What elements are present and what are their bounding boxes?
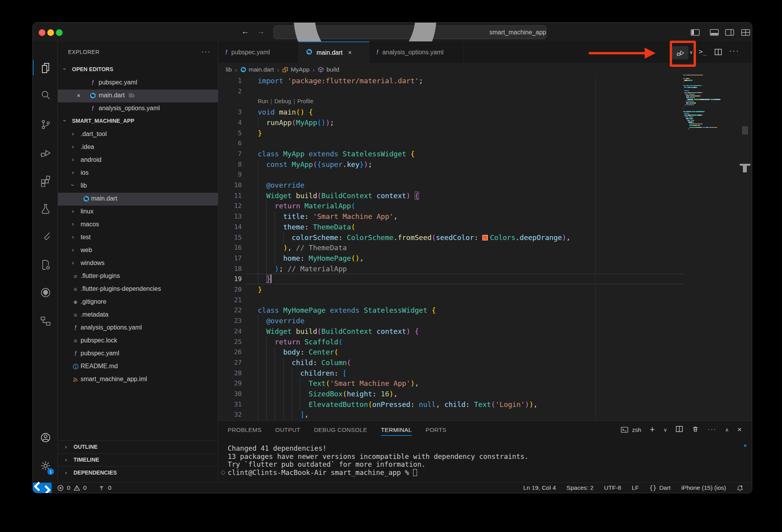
- status-notifications[interactable]: [737, 485, 743, 491]
- activity-dart-snippets-icon[interactable]: [33, 253, 58, 276]
- problems-status[interactable]: 0 0 0: [57, 483, 111, 493]
- folder-item[interactable]: ›android: [58, 154, 218, 167]
- status-device-selector[interactable]: iPhone (15) (ios): [681, 484, 726, 491]
- activity-search-icon[interactable]: [33, 83, 58, 107]
- folder-item[interactable]: ›windows: [58, 257, 218, 270]
- folder-item[interactable]: ›ios: [58, 167, 218, 180]
- codelens-debug[interactable]: Debug: [274, 98, 291, 104]
- codelens-run[interactable]: Run: [258, 98, 268, 104]
- file-label: .metadata: [81, 311, 108, 318]
- folder-item[interactable]: ›web: [58, 244, 218, 257]
- file-item[interactable]: !analysis_options.yaml: [58, 322, 218, 335]
- remote-indicator-button[interactable]: [33, 483, 52, 493]
- project-root-section[interactable]: ›SMART_MACHINE_APP: [58, 115, 218, 128]
- activity-settings-icon[interactable]: 1: [33, 454, 58, 477]
- sidebar-section-dependencies[interactable]: ›DEPENDENCIES: [58, 466, 218, 479]
- file-item[interactable]: smart_machine_app.iml: [58, 373, 218, 386]
- activity-account-icon[interactable]: [33, 426, 58, 449]
- command-decoration-icon[interactable]: [221, 471, 225, 475]
- open-editor-item[interactable]: !pubspec.yaml: [58, 77, 218, 90]
- tab-main-dart[interactable]: main.dart×: [299, 41, 369, 63]
- shell-name[interactable]: zsh: [632, 426, 641, 433]
- activity-testing-icon[interactable]: [33, 197, 58, 220]
- close-tab-icon[interactable]: ×: [348, 49, 352, 56]
- toggle-panel-icon[interactable]: [710, 29, 719, 36]
- panel-tab-output[interactable]: OUTPUT: [275, 421, 300, 438]
- status-encoding[interactable]: UTF-8: [604, 484, 621, 491]
- code-editor[interactable]: 1import 'package:flutter/material.dart';…: [218, 75, 752, 421]
- codelens-profile[interactable]: Profile: [297, 98, 313, 104]
- sidebar-section-timeline[interactable]: ›TIMELINE: [58, 453, 218, 466]
- kill-terminal-icon[interactable]: [692, 426, 699, 434]
- minimap[interactable]: [683, 75, 734, 239]
- activity-extensions-icon[interactable]: [33, 169, 58, 192]
- sidebar-section-outline[interactable]: ›OUTLINE: [58, 441, 218, 453]
- file-item[interactable]: ≡pubspec.lock: [58, 335, 218, 348]
- folder-item[interactable]: ›linux: [58, 206, 218, 219]
- toggle-secondary-sidebar-icon[interactable]: [725, 29, 734, 36]
- code-token: ): [562, 233, 566, 242]
- panel-tab-debug-console[interactable]: DEBUG CONSOLE: [314, 421, 367, 438]
- panel-tab-problems[interactable]: PROBLEMS: [228, 421, 262, 438]
- open-editors-section[interactable]: ›OPEN EDITORS: [58, 64, 218, 77]
- maximize-panel-icon[interactable]: ∧: [725, 427, 729, 433]
- file-item[interactable]: ≡.metadata: [58, 309, 218, 322]
- color-swatch[interactable]: [482, 235, 488, 240]
- status-indentation[interactable]: Spaces: 2: [566, 484, 593, 491]
- codelens-actions[interactable]: Run|Debug|Profile: [258, 96, 313, 107]
- file-item[interactable]: README.md: [58, 360, 218, 373]
- activity-source-control-icon[interactable]: [33, 113, 58, 136]
- panel-more-icon[interactable]: ···: [708, 426, 716, 433]
- code-token: {: [317, 160, 322, 168]
- folder-item[interactable]: ›.idea: [58, 141, 218, 154]
- panel-tab-ports[interactable]: PORTS: [426, 421, 446, 438]
- activity-github-icon[interactable]: [33, 281, 58, 304]
- status-language-mode[interactable]: {}Dart: [649, 484, 671, 491]
- terminal-output[interactable]: Changed 41 dependencies!13 packages have…: [228, 444, 748, 476]
- folder-item[interactable]: ›lib: [58, 180, 218, 193]
- folder-item[interactable]: ›.dart_tool: [58, 128, 218, 141]
- split-terminal-icon[interactable]: [676, 426, 683, 434]
- breadcrumb-item-main-dart[interactable]: main.dart: [240, 66, 274, 73]
- minimize-window-button[interactable]: [47, 29, 54, 36]
- terminal-dropdown-icon[interactable]: ∨: [663, 427, 667, 433]
- back-arrow-icon[interactable]: ←: [241, 27, 249, 36]
- status-cursor-position[interactable]: Ln 19, Col 4: [523, 484, 556, 491]
- zoom-window-button[interactable]: [56, 29, 63, 36]
- breadcrumb-item-build[interactable]: build: [318, 66, 339, 73]
- customize-layout-icon[interactable]: [741, 29, 750, 36]
- toggle-sidebar-icon[interactable]: [690, 29, 700, 36]
- breadcrumb-item-myapp[interactable]: MyApp: [282, 66, 309, 73]
- close-editor-icon[interactable]: ×: [77, 92, 81, 100]
- code-token: [258, 327, 266, 335]
- activity-flutter-icon[interactable]: [33, 225, 58, 249]
- split-editor-icon[interactable]: [714, 48, 722, 56]
- activity-remote-targets-icon[interactable]: [33, 309, 58, 333]
- code-token: (: [317, 192, 322, 200]
- tab-analysis-options-yaml[interactable]: !analysis_options.yaml: [369, 41, 464, 63]
- folder-item[interactable]: ›test: [58, 231, 218, 244]
- folder-item[interactable]: ›macos: [58, 219, 218, 231]
- open-editor-item[interactable]: ×main.dartlib: [58, 90, 218, 102]
- command-center-search[interactable]: smart_machine_app: [273, 25, 547, 39]
- forward-arrow-icon[interactable]: →: [257, 27, 265, 36]
- panel-tab-terminal[interactable]: TERMINAL: [381, 421, 412, 438]
- activity-run-debug-icon[interactable]: [33, 141, 58, 165]
- file-item[interactable]: ≡.flutter-plugins-dependencies: [58, 283, 218, 296]
- status-eol[interactable]: LF: [632, 484, 639, 491]
- file-item[interactable]: !pubspec.yaml: [58, 348, 218, 360]
- sidebar-more-icon[interactable]: ···: [201, 48, 211, 56]
- activity-explorer-icon[interactable]: [33, 56, 58, 79]
- terminal-action-icon[interactable]: >_: [699, 48, 706, 56]
- editor-more-actions-icon[interactable]: ···: [729, 46, 739, 55]
- file-item[interactable]: main.dart: [58, 193, 218, 206]
- breadcrumb-item-lib[interactable]: lib: [226, 66, 232, 73]
- file-item[interactable]: ◆.gitignore: [58, 296, 218, 309]
- open-editor-item[interactable]: !analysis_options.yaml: [58, 102, 218, 115]
- tab-pubspec-yaml[interactable]: !pubspec.yaml: [218, 41, 299, 63]
- close-window-button[interactable]: [39, 29, 45, 36]
- new-terminal-icon[interactable]: +: [650, 425, 655, 435]
- scrollbar-thumb[interactable]: [742, 126, 748, 134]
- file-item[interactable]: ≡.flutter-plugins: [58, 270, 218, 283]
- close-panel-icon[interactable]: ×: [737, 425, 742, 434]
